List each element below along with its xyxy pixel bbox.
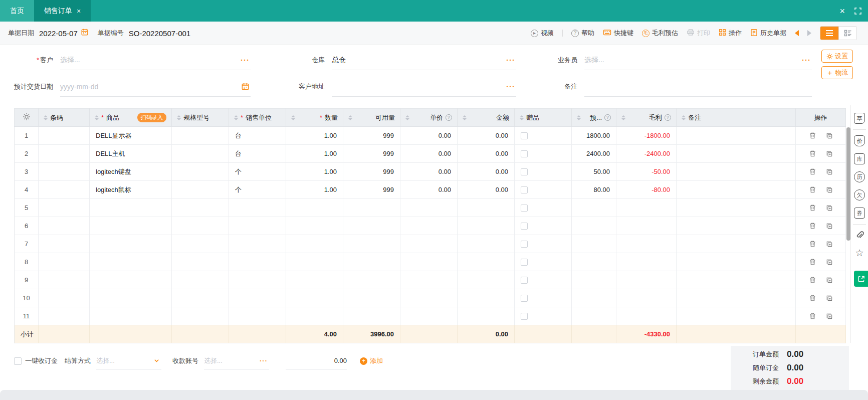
cell-product[interactable]: DELL显示器 (90, 127, 172, 145)
remark-input[interactable] (584, 77, 812, 97)
cell-est[interactable] (572, 199, 616, 217)
cell-avail[interactable]: 999 (343, 127, 400, 145)
cell-product[interactable] (90, 307, 172, 325)
col-header-unit[interactable]: *销售单位 (229, 109, 286, 127)
account-select[interactable]: 选择... ··· (204, 352, 269, 369)
cell-barcode[interactable] (39, 307, 90, 325)
gear-icon[interactable] (23, 113, 31, 121)
cell-note[interactable] (677, 235, 796, 253)
favorite-star-icon[interactable]: ☆ (855, 248, 863, 258)
fullscreen-icon[interactable] (854, 7, 862, 15)
cell-est[interactable] (572, 217, 616, 235)
logistics-button[interactable]: ＋ 物流 (821, 66, 853, 79)
cell-spec[interactable] (172, 145, 229, 163)
cell-price[interactable] (400, 307, 458, 325)
cell-est[interactable] (572, 307, 616, 325)
cell-note[interactable] (677, 163, 796, 181)
cell-avail[interactable] (343, 289, 400, 307)
cell-profit[interactable]: -2400.00 (616, 145, 677, 163)
gift-checkbox[interactable] (521, 313, 528, 320)
account-picker-icon[interactable]: ··· (260, 357, 268, 364)
hotkeys-button[interactable]: 快捷键 (603, 29, 633, 38)
cell-spec[interactable] (172, 163, 229, 181)
cell-barcode[interactable] (39, 163, 90, 181)
calendar-icon[interactable] (241, 82, 250, 91)
delete-row-icon[interactable] (809, 222, 816, 230)
cell-product[interactable] (90, 235, 172, 253)
cell-qty[interactable]: 1.00 (286, 163, 343, 181)
cell-barcode[interactable] (39, 253, 90, 271)
cell-note[interactable] (677, 271, 796, 289)
cell-unit[interactable]: 台 (229, 145, 286, 163)
cell-amount[interactable] (458, 235, 515, 253)
cell-est[interactable]: 1800.00 (572, 127, 616, 145)
cell-avail[interactable] (343, 199, 400, 217)
cell-avail[interactable]: 999 (343, 145, 400, 163)
insert-row-icon[interactable] (825, 204, 833, 212)
gift-checkbox[interactable] (521, 150, 528, 157)
nav-prev-icon[interactable] (795, 30, 799, 36)
cell-spec[interactable] (172, 289, 229, 307)
cell-unit[interactable] (229, 253, 286, 271)
cell-spec[interactable] (172, 253, 229, 271)
gift-checkbox[interactable] (521, 132, 528, 139)
cell-note[interactable] (677, 127, 796, 145)
address-input[interactable]: ··· (332, 77, 516, 97)
insert-row-icon[interactable] (825, 258, 833, 266)
delete-row-icon[interactable] (809, 294, 816, 302)
delete-row-icon[interactable] (809, 186, 816, 193)
cell-amount[interactable] (458, 289, 515, 307)
scan-entry-badge[interactable]: 扫码录入 (137, 113, 166, 122)
cell-unit[interactable]: 个 (229, 163, 286, 181)
col-header-profit[interactable]: 毛利? (616, 109, 677, 127)
cell-est[interactable]: 2400.00 (572, 145, 616, 163)
insert-row-icon[interactable] (825, 150, 833, 157)
cell-profit[interactable] (616, 217, 677, 235)
deposit-amount-input[interactable]: 0.00 (286, 352, 347, 369)
cell-gift[interactable] (515, 307, 572, 325)
col-header-barcode[interactable]: 条码 (39, 109, 90, 127)
tab-home[interactable]: 首页 (0, 0, 34, 22)
tab-sales-order[interactable]: 销售订单 × (34, 0, 91, 22)
cell-barcode[interactable] (39, 217, 90, 235)
cell-profit[interactable] (616, 307, 677, 325)
cell-qty[interactable]: 1.00 (286, 127, 343, 145)
cell-spec[interactable] (172, 127, 229, 145)
gift-checkbox[interactable] (521, 205, 528, 212)
cell-gift[interactable] (515, 145, 572, 163)
list-view-toggle[interactable] (820, 27, 838, 40)
delete-row-icon[interactable] (809, 312, 816, 320)
video-button[interactable]: ▸ 视频 (531, 29, 554, 38)
price-icon[interactable]: 价 (854, 135, 865, 146)
cell-note[interactable] (677, 307, 796, 325)
insert-row-icon[interactable] (825, 222, 833, 230)
cell-gift[interactable] (515, 253, 572, 271)
cell-spec[interactable] (172, 181, 229, 199)
cell-gift[interactable] (515, 163, 572, 181)
cell-barcode[interactable] (39, 145, 90, 163)
nav-next-icon[interactable] (807, 30, 811, 36)
operations-button[interactable]: 操作 (719, 29, 742, 38)
cell-note[interactable] (677, 199, 796, 217)
cell-unit[interactable] (229, 271, 286, 289)
print-button[interactable]: 打印 (687, 29, 710, 38)
history-button[interactable]: 历史单据 (750, 29, 786, 38)
delivery-date-input[interactable]: yyyy-mm-dd (60, 77, 251, 97)
cell-note[interactable] (677, 253, 796, 271)
cell-ops[interactable] (796, 145, 846, 163)
doc-date-value[interactable]: 2022-05-07 (39, 29, 78, 38)
cell-amount[interactable] (458, 217, 515, 235)
cell-price[interactable] (400, 235, 458, 253)
cell-ops[interactable] (796, 199, 846, 217)
cell-gift[interactable] (515, 181, 572, 199)
cell-product[interactable] (90, 217, 172, 235)
insert-row-icon[interactable] (825, 276, 833, 284)
cell-product[interactable] (90, 199, 172, 217)
cell-avail[interactable] (343, 271, 400, 289)
warehouse-picker-icon[interactable]: ··· (506, 56, 515, 64)
profit-estimate-button[interactable]: 毛 毛利预估 (642, 29, 678, 38)
cell-qty[interactable] (286, 235, 343, 253)
deposit-checkbox[interactable] (14, 357, 22, 365)
cell-price[interactable] (400, 289, 458, 307)
cell-est[interactable] (572, 271, 616, 289)
